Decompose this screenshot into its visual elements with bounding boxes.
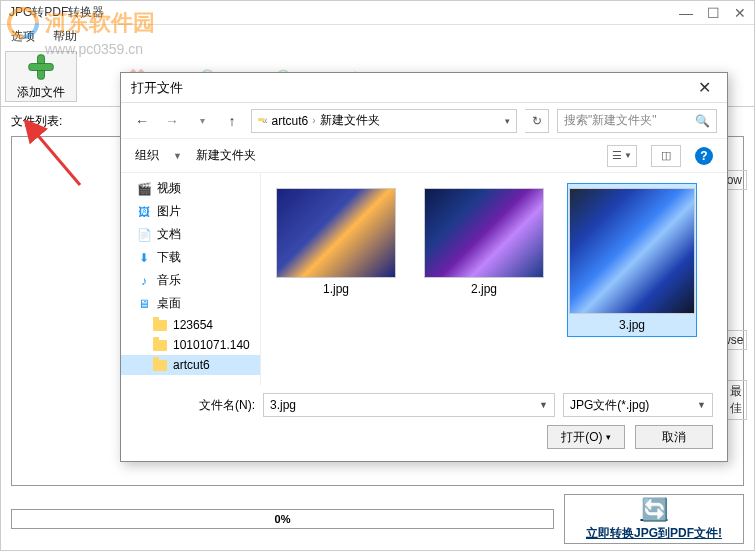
dialog-footer: 文件名(N): 3.jpg ▼ JPG文件(*.jpg) ▼ 打开(O) ▾ 取… (121, 385, 727, 461)
bc-seg-newfolder[interactable]: 新建文件夹 (320, 112, 380, 129)
open-button[interactable]: 打开(O) ▾ (547, 425, 625, 449)
chevron-right-icon: › (312, 115, 315, 126)
file-thumb-2[interactable]: 2.jpg (419, 183, 549, 301)
tree-folder-10101071[interactable]: 10101071.140 (121, 335, 260, 355)
main-title: JPG转PDF转换器 (9, 4, 104, 21)
svg-rect-3 (29, 64, 54, 71)
plus-icon (25, 52, 57, 82)
file-name: 3.jpg (619, 318, 645, 332)
file-content-area: 1.jpg 2.jpg 3.jpg (261, 173, 727, 385)
progress-bar: 0% (11, 509, 554, 529)
file-thumb-1[interactable]: 1.jpg (271, 183, 401, 301)
menu-options[interactable]: 选项 (11, 28, 35, 45)
dropdown-icon[interactable]: ▼ (697, 400, 706, 410)
filename-label: 文件名(N): (135, 397, 255, 414)
nav-forward-icon[interactable]: → (161, 110, 183, 132)
add-file-label: 添加文件 (17, 84, 65, 101)
convert-label: 立即转换JPG到PDF文件! (586, 525, 722, 542)
nav-dropdown-icon[interactable]: ▾ (191, 110, 213, 132)
folder-tree: 🎬视频 🖼图片 📄文档 ⬇下载 ♪音乐 🖥桌面 123654 10101071.… (121, 173, 261, 385)
tree-documents[interactable]: 📄文档 (121, 223, 260, 246)
tree-music[interactable]: ♪音乐 (121, 269, 260, 292)
bc-chevron: « (262, 115, 268, 126)
close-icon[interactable]: ✕ (734, 5, 746, 21)
filename-input[interactable]: 3.jpg ▼ (263, 393, 555, 417)
main-titlebar: JPG转PDF转换器 — ☐ ✕ (1, 1, 754, 25)
cancel-button[interactable]: 取消 (635, 425, 713, 449)
thumbnail-image (424, 188, 544, 278)
bc-dropdown-icon[interactable]: ▾ (505, 116, 510, 126)
tree-downloads[interactable]: ⬇下载 (121, 246, 260, 269)
file-name: 1.jpg (323, 282, 349, 296)
desktop-icon: 🖥 (137, 297, 151, 311)
search-input[interactable]: 搜索"新建文件夹" 🔍 (557, 109, 717, 133)
add-file-button[interactable]: 添加文件 (5, 51, 77, 102)
view-mode-button[interactable]: ☰▼ (607, 145, 637, 167)
nav-up-icon[interactable]: ↑ (221, 110, 243, 132)
help-icon[interactable]: ? (695, 147, 713, 165)
tree-folder-artcut6[interactable]: artcut6 (121, 355, 260, 375)
filetype-select[interactable]: JPG文件(*.jpg) ▼ (563, 393, 713, 417)
folder-icon (153, 320, 167, 331)
main-menubar: 选项 帮助 (1, 25, 754, 47)
folder-icon (153, 340, 167, 351)
tree-videos[interactable]: 🎬视频 (121, 177, 260, 200)
tree-pictures[interactable]: 🖼图片 (121, 200, 260, 223)
thumbnail-image (569, 188, 695, 314)
downloads-icon: ⬇ (137, 251, 151, 265)
filetype-value: JPG文件(*.jpg) (570, 397, 649, 414)
convert-button[interactable]: 🔄 立即转换JPG到PDF文件! (564, 494, 744, 544)
minimize-icon[interactable]: — (679, 5, 693, 21)
tree-desktop[interactable]: 🖥桌面 (121, 292, 260, 315)
convert-icon: 🔄 (641, 497, 668, 523)
dialog-toolbar: 组织 ▼ 新建文件夹 ☰▼ ◫ ? (121, 139, 727, 173)
tree-folder-123654[interactable]: 123654 (121, 315, 260, 335)
nav-back-icon[interactable]: ← (131, 110, 153, 132)
annotation-arrow (20, 120, 90, 190)
organize-menu[interactable]: 组织 (135, 147, 159, 164)
video-icon: 🎬 (137, 182, 151, 196)
dialog-navbar: ← → ▾ ↑ « artcut6 › 新建文件夹 ▾ ↻ 搜索"新建文件夹" … (121, 103, 727, 139)
dialog-close-icon[interactable]: ✕ (692, 78, 717, 97)
breadcrumb[interactable]: « artcut6 › 新建文件夹 ▾ (251, 109, 517, 133)
bc-seg-artcut6[interactable]: artcut6 (272, 114, 309, 128)
preview-pane-button[interactable]: ◫ (651, 145, 681, 167)
dialog-title: 打开文件 (131, 79, 183, 97)
menu-help[interactable]: 帮助 (53, 28, 77, 45)
music-icon: ♪ (137, 274, 151, 288)
search-icon: 🔍 (695, 114, 710, 128)
file-thumb-3[interactable]: 3.jpg (567, 183, 697, 337)
progress-text: 0% (275, 513, 291, 525)
filename-value: 3.jpg (270, 398, 296, 412)
pictures-icon: 🖼 (137, 205, 151, 219)
folder-icon (153, 360, 167, 371)
maximize-icon[interactable]: ☐ (707, 5, 720, 21)
dialog-titlebar: 打开文件 ✕ (121, 73, 727, 103)
new-folder-button[interactable]: 新建文件夹 (196, 147, 256, 164)
refresh-icon[interactable]: ↻ (525, 109, 549, 133)
dropdown-icon: ▼ (173, 151, 182, 161)
documents-icon: 📄 (137, 228, 151, 242)
thumbnail-image (276, 188, 396, 278)
search-placeholder: 搜索"新建文件夹" (564, 112, 657, 129)
file-name: 2.jpg (471, 282, 497, 296)
dropdown-icon[interactable]: ▼ (539, 400, 548, 410)
file-open-dialog: 打开文件 ✕ ← → ▾ ↑ « artcut6 › 新建文件夹 ▾ ↻ 搜索"… (120, 72, 728, 462)
